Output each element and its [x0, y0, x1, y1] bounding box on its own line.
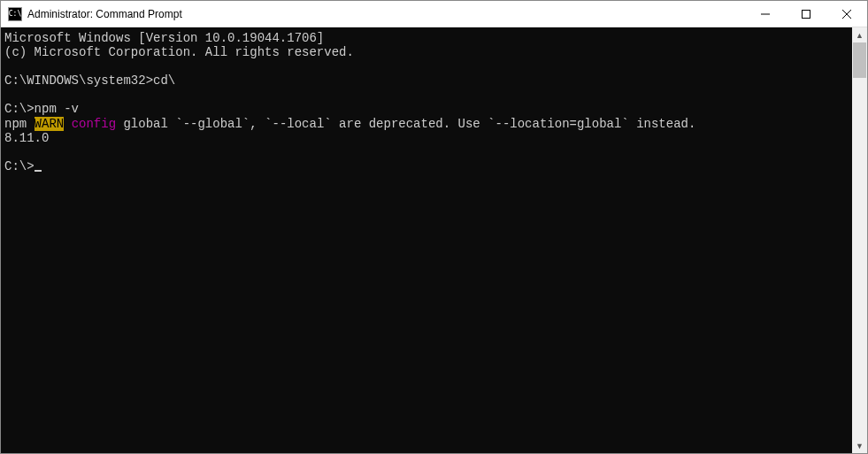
prompt-2: C:\>: [4, 102, 35, 116]
warn-badge: WARN: [35, 117, 65, 131]
terminal-output[interactable]: Microsoft Windows [Version 10.0.19044.17…: [1, 27, 852, 453]
maximize-button[interactable]: [786, 1, 826, 27]
warn-space: [64, 117, 71, 131]
terminal-container: Microsoft Windows [Version 10.0.19044.17…: [1, 27, 867, 453]
scroll-down-arrow-icon[interactable]: ▼: [852, 438, 867, 453]
minimize-button[interactable]: [745, 1, 786, 27]
window-title: Administrator: Command Prompt: [27, 8, 745, 20]
cmd-icon: C:\: [8, 7, 22, 21]
scrollbar-thumb[interactable]: [853, 42, 866, 78]
scroll-up-arrow-icon[interactable]: ▲: [852, 27, 867, 42]
terminal-cursor: [35, 170, 42, 172]
svg-rect-0: [803, 10, 810, 18]
window-controls: [745, 1, 867, 27]
title-bar[interactable]: C:\ Administrator: Command Prompt: [1, 1, 867, 27]
npm-version: 8.11.0: [4, 131, 49, 145]
close-button[interactable]: [826, 1, 867, 27]
prompt-1: C:\WINDOWS\system32>: [4, 73, 153, 88]
vertical-scrollbar[interactable]: ▲ ▼: [852, 27, 867, 453]
command-2: npm -v: [35, 102, 79, 116]
banner-line-2: (c) Microsoft Corporation. All rights re…: [4, 45, 354, 59]
banner-line-1: Microsoft Windows [Version 10.0.19044.17…: [4, 31, 324, 45]
command-1: cd\: [153, 73, 175, 88]
warn-message: global `--global`, `--local` are depreca…: [116, 117, 695, 131]
prompt-3: C:\>: [4, 159, 35, 173]
npm-warn-prefix: npm: [4, 117, 35, 131]
warn-config: config: [72, 117, 116, 131]
